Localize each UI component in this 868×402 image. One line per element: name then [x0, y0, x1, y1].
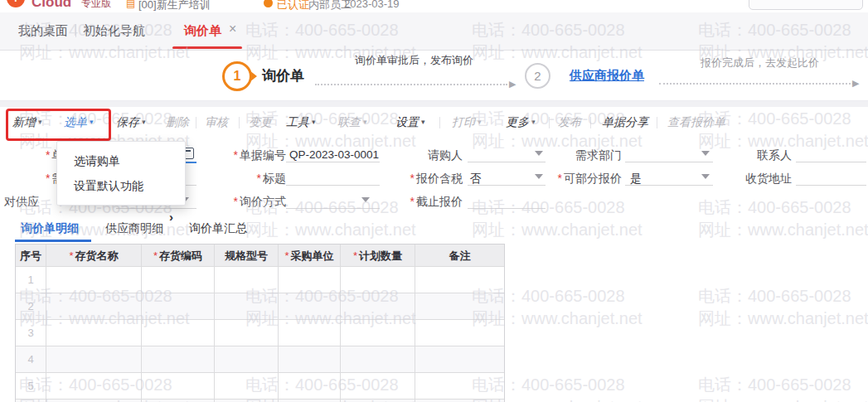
table-cell[interactable] — [279, 320, 341, 346]
chevron-down-icon[interactable] — [361, 197, 370, 202]
logo-text: Cloud — [32, 0, 71, 11]
table-cell[interactable] — [279, 346, 341, 373]
toolbar-separator — [590, 117, 591, 128]
organization-label[interactable]: [00]新生产培训 — [138, 0, 211, 12]
change-button[interactable]: 变更 — [249, 115, 272, 130]
business-date[interactable]: 2023-03-19 — [344, 0, 400, 10]
table-cell[interactable] — [415, 320, 504, 346]
table-cell[interactable] — [279, 293, 341, 320]
table-cell[interactable] — [142, 293, 215, 320]
tab-inquiry-order[interactable]: 询价单 — [184, 23, 221, 39]
toolbar-separator — [439, 117, 440, 128]
chevron-down-icon: ▾ — [421, 118, 425, 126]
table-header-cell: *存货名称 — [46, 245, 142, 267]
chevron-down-icon: ▾ — [312, 118, 316, 126]
toolbar-separator — [657, 117, 657, 128]
table-cell[interactable] — [341, 267, 415, 293]
demand-dept-field[interactable] — [625, 162, 713, 162]
table-header-cell: *采购单位 — [279, 245, 341, 267]
doc-no-field[interactable] — [286, 162, 380, 162]
topbar: + Cloud 专业版 ▤ [00]新生产培训 已认证 内部员工 2023-03… — [0, 0, 868, 12]
table-header-cell: 规格型号 — [215, 245, 279, 267]
supplier-visibility-field[interactable] — [116, 208, 196, 209]
step-connector-line — [659, 83, 854, 85]
app-window: + Cloud 专业版 ▤ [00]新生产培训 已认证 内部员工 2023-03… — [0, 0, 868, 402]
doc-no-value[interactable]: QP-2023-03-0001 — [289, 148, 379, 161]
audit-button[interactable]: 审核 — [205, 115, 228, 130]
step2-supplier-quote-link[interactable]: 供应商报价单 — [570, 68, 644, 84]
share-doc-button[interactable]: 单据分享 — [602, 115, 648, 130]
table-cell[interactable] — [46, 346, 142, 373]
delete-button[interactable]: 删除 — [166, 115, 189, 130]
table-cell[interactable] — [415, 293, 504, 320]
toolbar: 新增▾ 选单▾ 保存▾ 删除 审核 变更 工具▾ 联查▾ 设置▾ 打印▾ 更多▾… — [0, 107, 868, 139]
table-cell[interactable] — [279, 373, 341, 400]
tplus-logo-icon: + — [7, 0, 25, 7]
ship-address-label: 收货地址 — [705, 172, 792, 186]
table-cell[interactable] — [279, 267, 341, 293]
table-cell[interactable] — [215, 373, 279, 400]
inquiry-method-label: *询价方式 — [199, 195, 286, 210]
table-row: 2 — [16, 293, 504, 320]
publish-button[interactable]: 发布 — [558, 115, 581, 130]
partial-quote-field[interactable] — [625, 185, 713, 186]
table-cell[interactable] — [415, 346, 504, 373]
table-cell[interactable] — [46, 293, 142, 320]
tab-my-desktop[interactable]: 我的桌面 — [18, 23, 68, 39]
table-cell[interactable] — [46, 373, 142, 400]
contact-field[interactable] — [796, 162, 866, 162]
step1-badge-tip — [250, 70, 257, 82]
table-cell[interactable] — [215, 320, 279, 346]
menu-item-set-default-function[interactable]: 设置默认功能› — [57, 173, 185, 198]
step-connector-arrow-icon: ▶ — [852, 78, 859, 89]
table-cell[interactable] — [215, 346, 279, 373]
topbar-search-input[interactable] — [749, 0, 863, 10]
demand-dept-label: 需求部门 — [531, 148, 622, 163]
title-field[interactable] — [286, 185, 380, 186]
tab-init-nav[interactable]: 初始化导航 — [83, 23, 145, 39]
more-button[interactable]: 更多▾ — [506, 115, 536, 130]
toolbar-separator — [196, 117, 196, 128]
table-row: 1 — [16, 267, 504, 293]
step2-hint: 报价完成后，去发起比价 — [701, 56, 819, 70]
inquiry-method-field[interactable] — [286, 208, 380, 209]
close-icon[interactable]: × — [229, 22, 236, 36]
table-cell[interactable] — [215, 293, 279, 320]
link-query-button[interactable]: 联查▾ — [337, 115, 367, 130]
tools-button[interactable]: 工具▾ — [286, 115, 316, 130]
table-cell[interactable] — [46, 320, 142, 346]
table-row: 5 — [16, 373, 504, 400]
select-doc-dropdown-menu: 选请购单 设置默认功能› — [56, 141, 186, 206]
tab-inquiry-detail[interactable]: 询价单明细 — [21, 221, 79, 236]
table-cell[interactable] — [142, 320, 215, 346]
settings-button[interactable]: 设置▾ — [395, 115, 425, 130]
table-cell[interactable] — [142, 373, 215, 400]
row-number: 4 — [16, 346, 46, 373]
quote-deadline-field[interactable] — [468, 208, 546, 209]
table-cell[interactable] — [341, 346, 415, 373]
save-button[interactable]: 保存▾ — [116, 115, 146, 130]
chevron-down-icon: ▾ — [363, 118, 367, 126]
ship-address-field[interactable] — [796, 185, 866, 186]
menu-item-select-purchase-request[interactable]: 选请购单 — [57, 148, 185, 173]
print-button[interactable]: 打印▾ — [452, 115, 482, 130]
step-connector-arrow-icon: ▶ — [509, 79, 516, 90]
table-row: 3 — [16, 320, 504, 346]
table-cell[interactable] — [215, 267, 279, 293]
table-cell[interactable] — [415, 267, 504, 293]
step1-hint: 询价单审批后，发布询价 — [355, 53, 473, 68]
table-cell[interactable] — [415, 373, 504, 400]
view-quotes-button[interactable]: 查看报价单 — [667, 115, 725, 130]
select-doc-button[interactable]: 选单▾ — [64, 115, 94, 130]
add-button[interactable]: 新增▾ — [12, 115, 42, 130]
table-cell[interactable] — [142, 346, 215, 373]
table-cell[interactable] — [341, 320, 415, 346]
table-cell[interactable] — [341, 293, 415, 320]
table-cell[interactable] — [142, 267, 215, 293]
table-cell[interactable] — [46, 267, 142, 293]
tab-inquiry-summary[interactable]: 询价单汇总 — [189, 221, 247, 236]
table-cell[interactable] — [341, 373, 415, 400]
tab-supplier-detail[interactable]: 供应商明细 — [105, 221, 163, 236]
chevron-down-icon: ▾ — [478, 118, 482, 126]
watermark-text: 电话：400-665-0028网址：www.chanjet.net — [698, 374, 868, 402]
